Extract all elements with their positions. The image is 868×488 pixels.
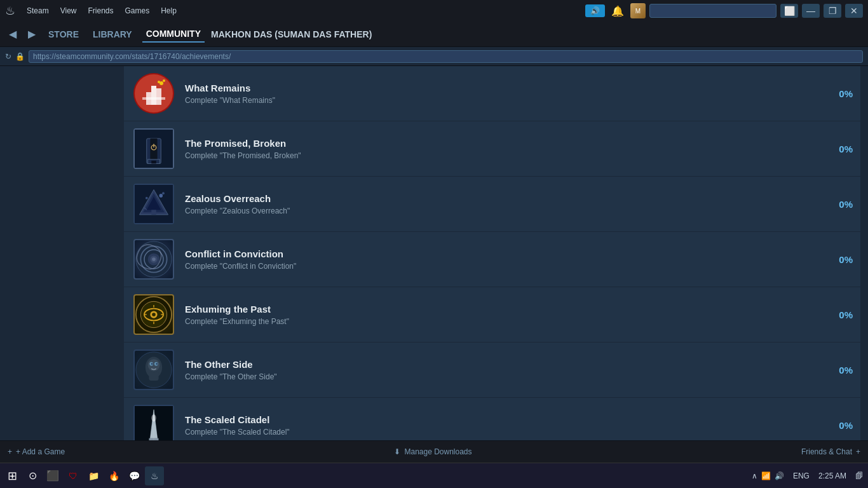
nav-user-title[interactable]: MAKHON DAS (SUMAN DAS FATHER): [211, 29, 372, 39]
achievement-description: Complete "Conflict in Conviction": [185, 262, 820, 271]
achievement-row: The Other SideComplete "The Other Side"0…: [124, 342, 860, 398]
achievement-icon-wrap: [132, 403, 176, 440]
achievement-percent: 0%: [827, 309, 853, 320]
taskbar-language[interactable]: ENG: [790, 470, 812, 482]
achievement-name: The Scaled Citadel: [185, 414, 820, 425]
achievement-row: Exhuming the PastComplete "Exhuming the …: [124, 287, 860, 342]
wifi-icon: 📶: [761, 471, 771, 480]
achievement-info: The Scaled CitadelComplete "The Scaled C…: [185, 414, 820, 437]
search-input[interactable]: [649, 4, 776, 18]
achievement-list: What RemainsComplete "What Remains"0% Th…: [124, 66, 860, 440]
language-label: ENG: [793, 471, 810, 480]
achievement-description: Complete "The Other Side": [185, 372, 820, 381]
nav-library[interactable]: LIBRARY: [89, 27, 136, 42]
url-bar: ↻ 🔒: [0, 47, 868, 66]
menu-view[interactable]: View: [55, 4, 82, 18]
achievement-row: Conflict in ConvictionComplete "Conflict…: [124, 232, 860, 287]
steam-logo-icon: ♨: [5, 4, 15, 18]
start-button[interactable]: ⊞: [3, 466, 22, 485]
taskbar-steam[interactable]: ♨: [145, 466, 164, 485]
nav-store[interactable]: STORE: [44, 27, 83, 42]
achievement-percent: 0%: [827, 254, 853, 265]
add-game-section[interactable]: + + Add a Game: [8, 447, 65, 456]
taskbar-app-3[interactable]: 📁: [84, 466, 103, 485]
taskbar-notification-icon[interactable]: 🗐: [853, 470, 865, 482]
achievement-description: Complete "Exhuming the Past": [185, 317, 820, 326]
svg-rect-19: [151, 210, 156, 215]
menu-steam[interactable]: Steam: [22, 4, 54, 18]
maximize-button[interactable]: ❐: [824, 4, 841, 18]
achievement-description: Complete "Zealous Overreach": [185, 207, 820, 215]
broadcast-icon: 🔊: [590, 6, 600, 15]
taskbar: ⊞ ⊙ ⬛ 🛡 📁 🔥 💬 ♨ ∧ 📶 🔊 ENG 2:25 AM 🗐: [0, 463, 868, 488]
avatar-image: M: [630, 3, 646, 18]
achievement-info: Zealous OverreachComplete "Zealous Overr…: [185, 193, 820, 215]
taskbar-right: ∧ 📶 🔊 ENG 2:25 AM 🗐: [749, 470, 865, 482]
achievement-icon-7: [133, 405, 174, 440]
achievement-icon-6: [133, 349, 174, 390]
taskbar-app-2[interactable]: 🛡: [64, 466, 83, 485]
close-button[interactable]: ✕: [845, 4, 863, 18]
minimize-button[interactable]: —: [802, 4, 820, 18]
bottom-bar: + + Add a Game ⬇ Manage Downloads Friend…: [0, 440, 868, 463]
forward-button[interactable]: ▶: [25, 27, 38, 41]
svg-rect-3: [151, 86, 156, 105]
achievement-row: What RemainsComplete "What Remains"0%: [124, 66, 860, 121]
broadcast-button[interactable]: 🔊: [585, 4, 605, 17]
taskbar-app-5[interactable]: 💬: [125, 466, 144, 485]
title-bar-right: 🔊 🔔 M ⬜ — ❐ ✕: [585, 3, 863, 18]
svg-rect-42: [149, 372, 159, 381]
svg-point-46: [156, 363, 158, 365]
main-content: What RemainsComplete "What Remains"0% Th…: [0, 66, 868, 440]
svg-rect-10: [150, 139, 157, 160]
achievement-info: Exhuming the PastComplete "Exhuming the …: [185, 304, 820, 326]
manage-downloads-label: Manage Downloads: [404, 447, 471, 456]
achievement-description: Complete "The Promised, Broken": [185, 151, 820, 160]
up-arrow-icon: ∧: [752, 471, 757, 480]
achievement-description: Complete "The Scaled Citadel": [185, 428, 820, 437]
title-bar: ♨ Steam View Friends Games Help 🔊 🔔 M: [0, 0, 868, 22]
achievement-icon-wrap: [132, 71, 176, 116]
friends-chat-section[interactable]: Friends & Chat +: [801, 447, 860, 456]
taskbar-system-icons[interactable]: ∧ 📶 🔊: [749, 470, 787, 482]
title-bar-left: ♨ Steam View Friends Games Help: [5, 4, 182, 18]
menu-help[interactable]: Help: [156, 4, 182, 18]
left-sidebar: [0, 66, 124, 440]
refresh-icon[interactable]: ↻: [5, 52, 11, 61]
nav-community[interactable]: COMMUNITY: [142, 26, 205, 43]
achievement-name: What Remains: [185, 83, 820, 93]
achievement-info: Conflict in ConvictionComplete "Conflict…: [185, 248, 820, 271]
achievement-icon-5: [133, 294, 174, 335]
taskbar-app-1[interactable]: ⬛: [43, 466, 62, 485]
svg-point-6: [163, 79, 165, 82]
friends-chat-label: Friends & Chat: [801, 447, 852, 456]
svg-point-21: [162, 192, 165, 194]
achievement-row: The Promised, BrokenComplete "The Promis…: [124, 121, 860, 177]
svg-rect-12: [151, 161, 156, 164]
svg-point-34: [152, 313, 156, 316]
achievement-percent: 0%: [827, 199, 853, 210]
achievement-icon-2: [133, 128, 174, 169]
achievement-icon-wrap: [132, 182, 176, 226]
avatar[interactable]: M: [630, 3, 646, 18]
taskbar-search[interactable]: ⊙: [23, 466, 42, 485]
achievement-description: Complete "What Remains": [185, 96, 820, 105]
back-button[interactable]: ◀: [6, 27, 19, 41]
achievement-icon-wrap: [132, 237, 176, 281]
achievement-icon-wrap: [132, 126, 176, 171]
notification-button[interactable]: 🔔: [609, 4, 627, 18]
url-input[interactable]: [29, 50, 863, 63]
window-icon-button[interactable]: ⬜: [780, 4, 798, 18]
speaker-icon: 🔊: [775, 471, 784, 480]
menu-friends[interactable]: Friends: [83, 4, 118, 18]
manage-downloads-section[interactable]: ⬇ Manage Downloads: [394, 447, 471, 456]
taskbar-app-4[interactable]: 🔥: [104, 466, 123, 485]
achievement-info: The Other SideComplete "The Other Side": [185, 359, 820, 381]
add-game-icon: +: [8, 447, 12, 456]
achievement-percent: 0%: [827, 144, 853, 154]
svg-point-45: [151, 363, 153, 365]
friends-chat-icon: +: [856, 447, 860, 456]
menu-games[interactable]: Games: [120, 4, 155, 18]
downloads-icon: ⬇: [394, 447, 400, 456]
taskbar-clock[interactable]: 2:25 AM: [816, 470, 849, 482]
